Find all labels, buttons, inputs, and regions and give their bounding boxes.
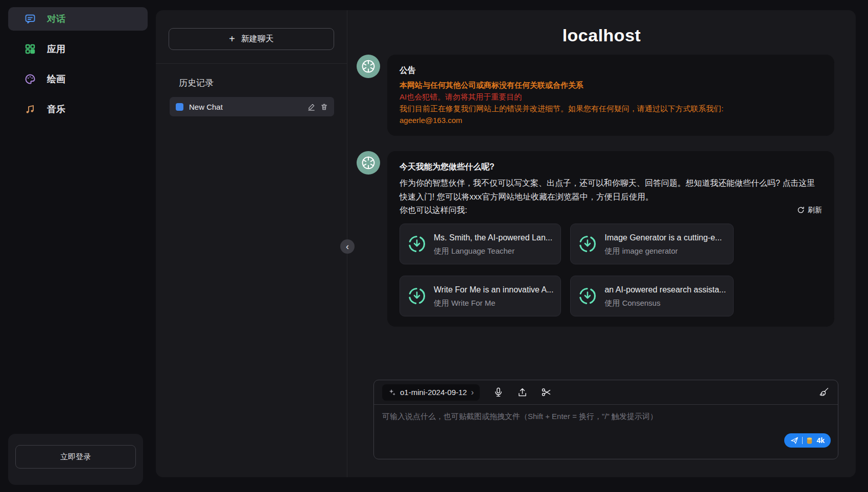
chat-bubble-icon — [25, 13, 36, 24]
sidebar-item-apps[interactable]: 应用 — [8, 37, 148, 61]
announcement-line: 本网站与任何其他公司或商标没有任何关联或合作关系 — [400, 80, 822, 90]
chat-item-icon — [176, 103, 183, 111]
refresh-label: 刷新 — [808, 206, 822, 215]
composer: o1-mini-2024-09-12 › — [373, 380, 838, 459]
music-note-icon — [25, 104, 36, 115]
collapse-sidebar-button[interactable]: ‹ — [340, 239, 355, 254]
token-count: 4k — [816, 436, 825, 445]
announcement-bubble: 公告 本网站与任何其他公司或商标没有任何关联或合作关系 AI也会犯错。请勿将其用… — [387, 55, 834, 136]
model-label: o1-mini-2024-09-12 — [400, 388, 467, 397]
sparkle-icon — [388, 388, 396, 396]
suggestion-grid: Ms. Smith, the AI-powered Lan... 使用 Lang… — [400, 224, 733, 316]
announcement-title: 公告 — [400, 65, 822, 76]
message-input[interactable] — [374, 405, 838, 458]
suggestion-text: Ms. Smith, the AI-powered Lan... 使用 Lang… — [434, 232, 552, 256]
new-chat-button[interactable]: + 新建聊天 — [169, 28, 334, 50]
sidebar-item-chat[interactable]: 对话 — [8, 7, 148, 31]
suggestion-text: Image Generator is a cutting-e... 使用 ima… — [604, 232, 721, 256]
message-announcement: 公告 本网站与任何其他公司或商标没有任何关联或合作关系 AI也会犯错。请勿将其用… — [357, 55, 834, 136]
content-panel: + 新建聊天 历史记录 New Chat ‹ — [156, 10, 856, 477]
suggestion-title: Write For Me is an innovative A... — [434, 284, 553, 295]
refresh-icon — [797, 206, 805, 214]
delete-icon[interactable] — [320, 103, 328, 111]
ask-hint: 你也可以这样问我: — [400, 205, 467, 215]
chevron-right-icon: › — [471, 388, 474, 397]
sidebar-item-label: 绘画 — [47, 73, 65, 85]
announcement-email: ageerle@163.com — [400, 115, 822, 126]
install-circle-icon — [407, 286, 427, 306]
suggestion-title: Image Generator is a cutting-e... — [604, 232, 721, 243]
login-button[interactable]: 立即登录 — [15, 445, 136, 469]
install-circle-icon — [578, 286, 597, 306]
install-circle-icon — [407, 234, 427, 254]
chevron-left-icon: ‹ — [346, 241, 349, 252]
suggestion-text: an AI-powered research assista... 使用 Con… — [604, 284, 725, 308]
sidebar-item-label: 对话 — [47, 13, 65, 25]
suggestion-card[interactable]: an AI-powered research assista... 使用 Con… — [570, 276, 733, 316]
edit-icon[interactable] — [308, 103, 315, 111]
suggestion-card[interactable]: Image Generator is a cutting-e... 使用 ima… — [570, 224, 733, 264]
hint-row: 你也可以这样问我: 刷新 — [400, 205, 822, 215]
message-list: 公告 本网站与任何其他公司或商标没有任何关联或合作关系 AI也会犯错。请勿将其用… — [347, 55, 856, 375]
suggestion-text: Write For Me is an innovative A... 使用 Wr… — [434, 284, 553, 308]
message-welcome: 今天我能为您做些什么呢? 作为你的智慧伙伴，我不仅可以写文案、出点子，还可以和你… — [357, 151, 834, 327]
badge-divider — [802, 437, 803, 444]
refresh-button[interactable]: 刷新 — [797, 206, 822, 215]
plus-icon: + — [229, 33, 235, 45]
microphone-icon[interactable] — [493, 387, 504, 398]
sidebar: 对话 应用 绘画 — [0, 0, 156, 492]
scissors-icon[interactable] — [541, 387, 552, 398]
suggestion-card[interactable]: Write For Me is an innovative A... 使用 Wr… — [400, 276, 561, 316]
chat-list-column: + 新建聊天 历史记录 New Chat — [156, 10, 347, 477]
chat-item-actions — [308, 103, 328, 111]
welcome-bubble: 今天我能为您做些什么呢? 作为你的智慧伙伴，我不仅可以写文案、出点子，还可以和你… — [387, 151, 834, 327]
install-circle-icon — [578, 234, 597, 254]
sidebar-item-label: 应用 — [47, 43, 65, 55]
assistant-avatar-icon — [357, 55, 380, 78]
upload-icon[interactable] — [517, 387, 528, 398]
clear-broom-icon[interactable] — [819, 387, 830, 398]
model-selector[interactable]: o1-mini-2024-09-12 › — [382, 384, 480, 401]
sidebar-item-label: 音乐 — [47, 103, 65, 115]
assistant-avatar-icon — [357, 151, 380, 175]
announcement-line: 我们目前正在修复我们网站上的错误并改进细节。如果您有任何疑问，请通过以下方式联系… — [400, 103, 822, 114]
new-chat-label: 新建聊天 — [241, 34, 274, 44]
suggestion-subtitle: 使用 image generator — [604, 245, 721, 256]
chat-main: localhost — [347, 10, 856, 477]
welcome-title: 今天我能为您做些什么呢? — [400, 161, 822, 172]
sidebar-item-draw[interactable]: 绘画 — [8, 67, 148, 91]
chat-header: localhost — [347, 10, 856, 55]
chat-list-header: + 新建聊天 — [156, 10, 347, 64]
composer-toolbar: o1-mini-2024-09-12 › — [374, 380, 838, 405]
suggestion-card[interactable]: Ms. Smith, the AI-powered Lan... 使用 Lang… — [400, 224, 561, 264]
palette-icon — [25, 73, 36, 85]
announcement-line: AI也会犯错。请勿将其用于重要目的 — [400, 91, 822, 102]
suggestion-subtitle: 使用 Write For Me — [434, 298, 553, 308]
login-card: 立即登录 — [8, 434, 143, 485]
suggestion-subtitle: 使用 Consensus — [604, 298, 725, 308]
page-title: localhost — [347, 26, 856, 45]
send-plane-icon — [790, 436, 799, 445]
chat-item-title: New Chat — [189, 103, 302, 111]
suggestion-title: an AI-powered research assista... — [604, 284, 725, 295]
chat-history-item[interactable]: New Chat — [170, 97, 334, 116]
welcome-body: 作为你的智慧伙伴，我不仅可以写文案、出点子，还可以和你聊天、回答问题。想知道我还… — [400, 176, 822, 204]
coin-icon — [806, 437, 813, 445]
suggestion-subtitle: 使用 Language Teacher — [434, 245, 552, 256]
apps-grid-icon — [25, 43, 36, 55]
sidebar-item-music[interactable]: 音乐 — [8, 97, 148, 121]
send-token-badge[interactable]: 4k — [784, 433, 831, 448]
history-title: 历史记录 — [156, 64, 347, 97]
suggestion-title: Ms. Smith, the AI-powered Lan... — [434, 232, 552, 243]
